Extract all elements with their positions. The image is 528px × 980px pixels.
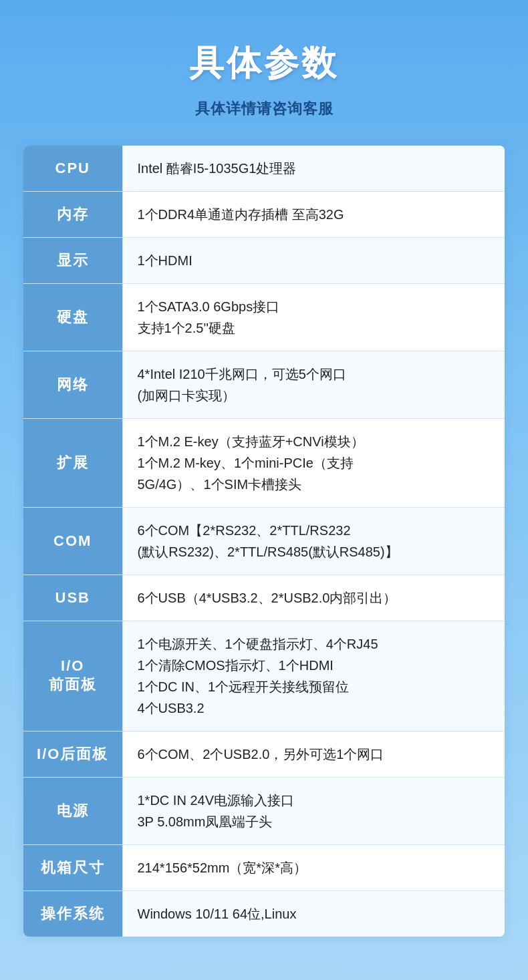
page-subtitle: 具体详情请咨询客服 [195,99,334,119]
spec-label: CPU [23,146,122,192]
spec-value: 1个HDMI [122,238,505,284]
spec-value: 6个COM【2*RS232、2*TTL/RS232 (默认RS232)、2*TT… [122,508,505,575]
spec-label: 机箱尺寸 [23,845,122,891]
spec-label: 操作系统 [23,891,122,937]
spec-label: 网络 [23,351,122,419]
spec-value: 214*156*52mm（宽*深*高） [122,845,505,891]
table-row: 扩展1个M.2 E-key（支持蓝牙+CNVi模块） 1个M.2 M-key、1… [23,419,505,508]
table-row: 电源1*DC IN 24V电源输入接口 3P 5.08mm凤凰端子头 [23,778,505,845]
table-row: 网络4*Intel I210千兆网口，可选5个网口 (加网口卡实现） [23,351,505,419]
table-row: 机箱尺寸214*156*52mm（宽*深*高） [23,845,505,891]
table-row: 显示1个HDMI [23,238,505,284]
spec-value: 1*DC IN 24V电源输入接口 3P 5.08mm凤凰端子头 [122,778,505,845]
table-row: COM6个COM【2*RS232、2*TTL/RS232 (默认RS232)、2… [23,508,505,575]
spec-table: CPUIntel 酷睿I5-1035G1处理器内存1个DDR4单通道内存插槽 至… [23,146,505,937]
spec-value: 1个M.2 E-key（支持蓝牙+CNVi模块） 1个M.2 M-key、1个m… [122,419,505,508]
table-row: I/O 前面板1个电源开关、1个硬盘指示灯、4个RJ45 1个清除CMOS指示灯… [23,621,505,731]
spec-value: 4*Intel I210千兆网口，可选5个网口 (加网口卡实现） [122,351,505,419]
spec-label: COM [23,508,122,575]
table-row: 操作系统Windows 10/11 64位,Linux [23,891,505,937]
spec-value: Windows 10/11 64位,Linux [122,891,505,937]
spec-label: I/O后面板 [23,731,122,778]
spec-value: 1个SATA3.0 6Gbps接口 支持1个2.5''硬盘 [122,284,505,351]
spec-label: 内存 [23,192,122,238]
spec-label: 扩展 [23,419,122,508]
spec-value: 6个COM、2个USB2.0，另外可选1个网口 [122,731,505,778]
spec-value: Intel 酷睿I5-1035G1处理器 [122,146,505,192]
spec-label: 显示 [23,238,122,284]
spec-label: 电源 [23,778,122,845]
spec-label: I/O 前面板 [23,621,122,731]
table-row: 内存1个DDR4单通道内存插槽 至高32G [23,192,505,238]
table-row: CPUIntel 酷睿I5-1035G1处理器 [23,146,505,192]
spec-value: 1个DDR4单通道内存插槽 至高32G [122,192,505,238]
page-title: 具体参数 [189,40,339,87]
table-row: I/O后面板6个COM、2个USB2.0，另外可选1个网口 [23,731,505,778]
spec-label: USB [23,575,122,621]
table-row: USB6个USB（4*USB3.2、2*USB2.0内部引出） [23,575,505,621]
spec-value: 6个USB（4*USB3.2、2*USB2.0内部引出） [122,575,505,621]
spec-label: 硬盘 [23,284,122,351]
table-row: 硬盘1个SATA3.0 6Gbps接口 支持1个2.5''硬盘 [23,284,505,351]
spec-value: 1个电源开关、1个硬盘指示灯、4个RJ45 1个清除CMOS指示灯、1个HDMI… [122,621,505,731]
